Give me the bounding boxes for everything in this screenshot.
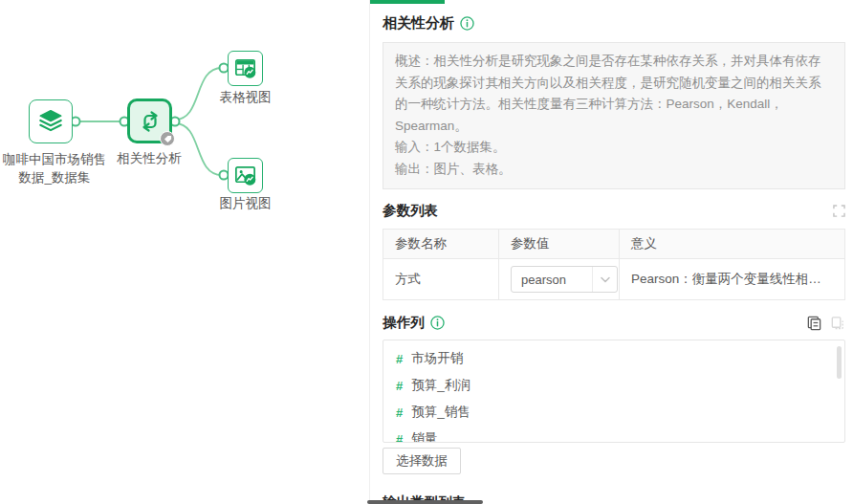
numeric-hash-icon: # xyxy=(396,432,403,444)
operation-section-title: 操作列 xyxy=(383,314,425,332)
horizontal-scrollbar-thumb[interactable] xyxy=(367,500,483,504)
tag-icon xyxy=(164,135,172,143)
page-title: 相关性分析 xyxy=(383,14,454,33)
param-col-meaning: 意义 xyxy=(620,230,845,259)
node-correlation[interactable] xyxy=(127,99,172,143)
table-row: 方式 pearson Pearson：衡量两个变量线性相关性的强... xyxy=(383,259,845,300)
table-chart-icon xyxy=(232,55,258,81)
param-section-title: 参数列表 xyxy=(383,202,438,220)
node-dataset-label: 咖啡中国市场销售 数据_数据集 xyxy=(0,150,109,186)
info-icon[interactable] xyxy=(430,316,445,330)
param-table: 参数名称 参数值 意义 方式 pearson Pearson：衡量两个变量线性相… xyxy=(383,229,845,300)
node-table-view-label: 表格视图 xyxy=(205,88,286,106)
method-select-value: pearson xyxy=(512,273,592,287)
detail-panel: 相关性分析 概述：相关性分析是研究现象之间是否存在某种依存关系，并对具体有依存关… xyxy=(369,0,853,504)
numeric-hash-icon: # xyxy=(396,405,403,420)
list-item[interactable]: # 预算_销售 xyxy=(383,399,844,426)
param-name-cell: 方式 xyxy=(383,259,499,300)
description-output: 输出：图片、表格。 xyxy=(395,159,833,181)
list-item[interactable]: # 预算_利润 xyxy=(383,372,844,399)
node-table-view[interactable] xyxy=(228,51,263,86)
node-dataset[interactable] xyxy=(29,99,73,143)
workflow-canvas[interactable]: 咖啡中国市场销售 数据_数据集 相关性分析 表格视图 xyxy=(0,0,369,504)
vertical-scrollbar-thumb[interactable] xyxy=(837,346,842,379)
select-data-button[interactable]: 选择数据 xyxy=(383,448,461,474)
list-item[interactable]: # 销量 xyxy=(383,426,844,443)
copy-list-icon[interactable] xyxy=(806,315,822,331)
layers-icon xyxy=(36,107,65,136)
active-tab-indicator xyxy=(370,0,445,4)
chevron-down-icon xyxy=(592,267,617,292)
param-meaning-cell: Pearson：衡量两个变量线性相关性的强... xyxy=(631,271,833,288)
paste-icon[interactable] xyxy=(829,315,845,331)
transform-icon xyxy=(137,108,164,135)
list-item[interactable]: # 市场开销 xyxy=(383,345,844,372)
method-select[interactable]: pearson xyxy=(511,266,618,293)
node-image-view-label: 图片视图 xyxy=(205,194,286,212)
info-icon[interactable] xyxy=(460,16,474,31)
description-box: 概述：相关性分析是研究现象之间是否存在某种依存关系，并对具体有依存关系的现象探讨… xyxy=(383,42,845,189)
description-overview: 概述：相关性分析是研究现象之间是否存在某种依存关系，并对具体有依存关系的现象探讨… xyxy=(395,51,833,137)
node-image-view[interactable] xyxy=(228,158,263,193)
description-input: 输入：1个数据集。 xyxy=(395,137,833,159)
numeric-hash-icon: # xyxy=(396,352,403,366)
numeric-hash-icon: # xyxy=(396,379,403,393)
image-chart-icon xyxy=(232,163,258,188)
param-col-value: 参数值 xyxy=(499,230,620,259)
workflow-edges xyxy=(0,0,369,504)
node-status-badge xyxy=(160,131,175,146)
node-correlation-label: 相关性分析 xyxy=(103,149,195,167)
param-col-name: 参数名称 xyxy=(383,230,499,259)
operation-column-list[interactable]: # 市场开销 # 预算_利润 # 预算_销售 # 销量 xyxy=(383,340,845,443)
expand-icon[interactable] xyxy=(833,205,845,217)
